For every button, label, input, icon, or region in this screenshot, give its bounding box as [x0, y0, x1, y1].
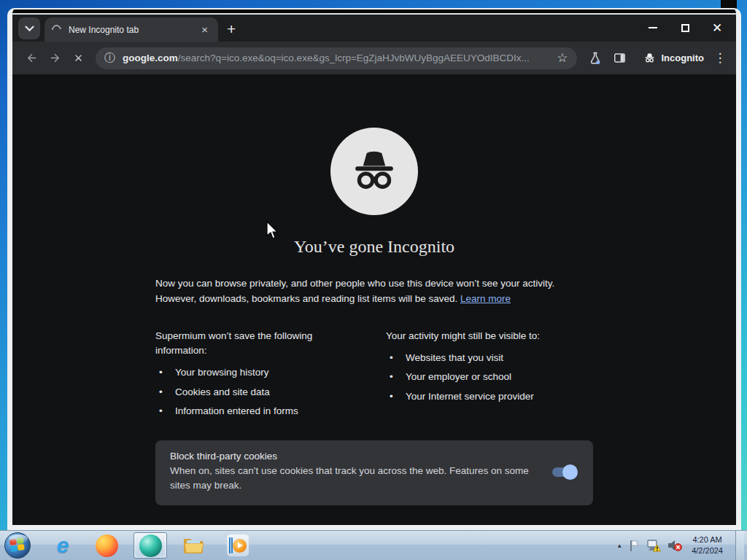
list-item: Your browsing history — [155, 365, 374, 380]
stop-button[interactable] — [66, 47, 90, 70]
windows-logo-icon — [9, 538, 26, 553]
intro-line1: Now you can browse privately, and other … — [155, 278, 554, 289]
info-columns: Supermium won’t save the following infor… — [155, 329, 593, 423]
forward-button[interactable] — [43, 47, 66, 70]
experiments-button[interactable] — [583, 47, 608, 70]
flask-icon — [588, 51, 603, 66]
show-desktop-button[interactable] — [735, 531, 744, 560]
network-warning-icon[interactable] — [647, 539, 661, 552]
intro-paragraph: Now you can browse privately, and other … — [155, 276, 593, 307]
toggle-knob — [562, 464, 578, 480]
start-button[interactable] — [4, 532, 31, 559]
window-frame-edge — [12, 9, 736, 15]
browser-window: New Incognito tab × + ✕ ⓘ googl — [7, 8, 741, 530]
cookie-card-text: Block third-party cookies When on, sites… — [170, 451, 552, 494]
url-text: google.com/search?q=ico.exe&oq=ico.exe&g… — [123, 52, 549, 63]
toolbar: ⓘ google.com/search?q=ico.exe&oq=ico.exe… — [12, 42, 736, 74]
loading-spinner-icon — [50, 23, 63, 36]
play-icon — [238, 542, 243, 548]
incognito-label: Incognito — [662, 52, 705, 63]
learn-more-link[interactable]: Learn more — [460, 293, 511, 304]
minimize-icon — [649, 27, 657, 28]
menu-button[interactable]: ⋮ — [711, 50, 729, 66]
media-player-disc — [233, 539, 247, 553]
media-player-icon — [227, 534, 249, 556]
clock-date: 4/2/2024 — [692, 545, 723, 556]
block-cookies-toggle[interactable] — [552, 467, 576, 477]
list-item: Your Internet service provider — [386, 389, 593, 404]
taskbar-internet-explorer[interactable]: e — [46, 532, 80, 559]
windows-flag-pane — [17, 537, 24, 544]
maximize-button[interactable] — [669, 18, 701, 38]
maximize-icon — [681, 24, 689, 32]
supermium-icon — [139, 534, 162, 557]
url-host: google.com — [123, 52, 178, 63]
arrow-left-icon — [26, 52, 38, 64]
tab-search-button[interactable] — [18, 18, 40, 39]
windows-flag-pane — [9, 539, 17, 545]
taskbar-clock[interactable]: 4:20 AM 4/2/2024 — [689, 534, 729, 556]
desktop: New Incognito tab × + ✕ ⓘ googl — [0, 0, 747, 560]
side-panel-icon — [613, 51, 627, 65]
list-item: Websites that you visit — [386, 351, 593, 365]
window-controls: ✕ — [637, 18, 733, 38]
tab-title: New Incognito tab — [69, 25, 198, 35]
cookie-card-description: When on, sites can't use cookies that tr… — [170, 464, 533, 494]
windows-flag-pane — [18, 544, 25, 551]
incognito-page: You’ve gone Incognito Now you can browse… — [12, 74, 736, 525]
taskbar-media-player[interactable] — [221, 532, 255, 559]
third-party-cookies-card: Block third-party cookies When on, sites… — [155, 440, 593, 505]
action-center-flag-icon[interactable] — [629, 539, 640, 552]
list-item: Information entered in forms — [155, 404, 374, 419]
tab-close-icon[interactable]: × — [198, 23, 211, 36]
close-button[interactable]: ✕ — [701, 18, 733, 38]
back-button[interactable] — [20, 47, 43, 70]
wont-save-heading: Supermium won’t save the following infor… — [155, 329, 330, 359]
arrow-right-icon — [49, 52, 61, 64]
incognito-logo — [330, 128, 418, 215]
volume-muted-icon[interactable] — [667, 539, 682, 552]
incognito-hat-glasses-icon — [347, 144, 402, 199]
page-info-icon[interactable]: ⓘ — [104, 51, 115, 65]
cookie-card-title: Block third-party cookies — [170, 451, 533, 462]
stop-x-icon — [73, 52, 84, 63]
chevron-down-icon — [25, 22, 34, 31]
list-item: Cookies and site data — [155, 385, 374, 400]
media-player-stripes — [229, 537, 233, 553]
taskbar-explorer[interactable] — [177, 532, 211, 559]
firefox-icon — [96, 534, 118, 557]
internet-explorer-icon: e — [57, 533, 69, 558]
bookmark-star-icon[interactable]: ☆ — [557, 50, 568, 66]
windows-flag-pane — [10, 545, 18, 552]
incognito-icon — [643, 51, 657, 65]
system-tray: ▲ 4:20 AM 4/2/2024 — [616, 531, 747, 560]
wont-save-list: Your browsing history Cookies and site d… — [155, 365, 374, 419]
taskbar: e ▲ — [0, 530, 747, 560]
minimize-button[interactable] — [637, 18, 669, 38]
taskbar-supermium-active[interactable] — [133, 532, 167, 559]
tab-new-incognito[interactable]: New Incognito tab × — [44, 18, 218, 42]
url-path: /search?q=ico.exe&oq=ico.exe&gs_lcrp=EgZ… — [178, 52, 530, 63]
visible-to-heading: Your activity might still be visible to: — [386, 329, 576, 343]
visible-to-column: Your activity might still be visible to:… — [374, 329, 593, 423]
folder-icon — [182, 536, 206, 555]
address-bar[interactable]: ⓘ google.com/search?q=ico.exe&oq=ico.exe… — [96, 47, 577, 69]
intro-line2: However, downloads, bookmarks and readin… — [155, 293, 460, 304]
side-panel-button[interactable] — [608, 47, 632, 70]
taskbar-firefox[interactable] — [90, 532, 123, 559]
new-tab-button[interactable]: + — [227, 21, 236, 36]
tab-strip: New Incognito tab × + ✕ — [12, 15, 736, 42]
wont-save-column: Supermium won’t save the following infor… — [155, 329, 374, 423]
hidden-icons-arrow[interactable]: ▲ — [616, 542, 622, 549]
incognito-badge: Incognito — [643, 51, 705, 65]
page-title: You’ve gone Incognito — [155, 237, 593, 257]
list-item: Your employer or school — [386, 370, 593, 384]
clock-time: 4:20 AM — [692, 534, 723, 545]
visible-to-list: Websites that you visit Your employer or… — [386, 351, 593, 404]
